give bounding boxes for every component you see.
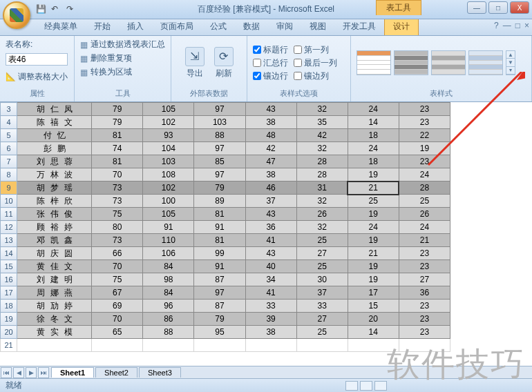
refresh-button[interactable]: ⟳刷新 — [214, 47, 234, 79]
checkbox-input[interactable] — [294, 72, 302, 80]
cell[interactable]: 39 — [245, 313, 296, 326]
cell[interactable]: 24 — [399, 221, 450, 234]
cell[interactable] — [143, 339, 194, 352]
checkbox-input[interactable] — [294, 46, 302, 54]
cell[interactable]: 25 — [296, 260, 348, 273]
cell[interactable]: 69 — [92, 300, 143, 313]
cell[interactable]: 18 — [348, 155, 399, 168]
style-thumb[interactable] — [431, 50, 466, 75]
cell[interactable]: 胡梦瑶 — [17, 182, 92, 195]
sheet-tab-Sheet1[interactable]: Sheet1 — [51, 367, 94, 378]
cell[interactable]: 42 — [296, 129, 348, 142]
cell[interactable]: 陈梓欣 — [17, 195, 92, 208]
cell[interactable]: 33 — [245, 300, 296, 313]
style-thumb[interactable] — [468, 50, 503, 75]
cell[interactable]: 28 — [399, 182, 450, 195]
cell[interactable]: 43 — [245, 208, 296, 221]
cell[interactable]: 96 — [143, 300, 194, 313]
cell[interactable]: 30 — [296, 273, 348, 286]
cell[interactable]: 48 — [245, 129, 296, 142]
tool-item[interactable]: 通过数据透视表汇总 — [80, 39, 165, 50]
cell[interactable]: 31 — [296, 182, 348, 195]
cell[interactable] — [17, 339, 92, 352]
row-header[interactable]: 18 — [1, 300, 17, 313]
cell[interactable]: 26 — [296, 208, 348, 221]
cell[interactable]: 105 — [143, 103, 194, 116]
cell[interactable]: 105 — [143, 208, 194, 221]
cell[interactable]: 41 — [245, 286, 296, 300]
table-row[interactable]: 16刘建明75988734301927 — [1, 273, 450, 286]
table-row[interactable]: 7刘思蓉811038547281823 — [1, 155, 450, 168]
table-row[interactable]: 6彭鹏741049742322419 — [1, 142, 450, 155]
cell[interactable]: 102 — [143, 116, 194, 129]
maximize-button[interactable]: □ — [488, 1, 508, 14]
cell[interactable]: 73 — [92, 234, 143, 247]
checkbox-汇总行[interactable]: 汇总行 — [253, 57, 288, 69]
cell[interactable]: 14 — [348, 116, 399, 129]
table-row[interactable]: 19徐冬文70867939272023 — [1, 313, 450, 326]
cell[interactable]: 万林波 — [17, 168, 92, 182]
cell[interactable]: 19 — [348, 208, 399, 221]
cell[interactable]: 102 — [143, 182, 194, 195]
cell[interactable]: 28 — [296, 155, 348, 168]
tab-nav-first-icon[interactable]: ⏮ — [1, 367, 12, 378]
cell[interactable]: 106 — [143, 247, 194, 260]
cell[interactable]: 32 — [296, 142, 348, 155]
cell[interactable]: 23 — [399, 103, 450, 116]
cell[interactable] — [399, 339, 450, 352]
sheet-tab-Sheet2[interactable]: Sheet2 — [95, 367, 137, 378]
table-row[interactable]: 8万林波701089738281924 — [1, 168, 450, 182]
cell[interactable]: 65 — [92, 326, 143, 339]
tab-审阅[interactable]: 审阅 — [268, 18, 301, 35]
resize-table-button[interactable]: 📐 调整表格大小 — [6, 71, 68, 83]
cell[interactable]: 胡庆圆 — [17, 247, 92, 260]
cell[interactable]: 43 — [245, 247, 296, 260]
table-row[interactable]: 21 — [1, 339, 450, 352]
cell[interactable]: 徐冬文 — [17, 313, 92, 326]
cell[interactable]: 38 — [245, 116, 296, 129]
cell[interactable]: 91 — [194, 260, 245, 273]
cell[interactable] — [348, 339, 399, 352]
tool-item[interactable]: 转换为区域 — [80, 66, 132, 78]
cell[interactable]: 21 — [399, 234, 450, 247]
view-layout-icon[interactable] — [360, 381, 372, 391]
cell[interactable]: 33 — [296, 300, 348, 313]
row-header[interactable]: 15 — [1, 260, 17, 273]
cell[interactable]: 75 — [92, 208, 143, 221]
tab-nav-last-icon[interactable]: ⏭ — [38, 367, 49, 378]
cell[interactable]: 24 — [348, 103, 399, 116]
cell[interactable]: 40 — [245, 260, 296, 273]
table-row[interactable]: 17周娜燕67849741371736 — [1, 286, 450, 300]
tool-item[interactable]: 删除重复项 — [80, 52, 132, 64]
cell[interactable]: 32 — [296, 103, 348, 116]
tab-开始[interactable]: 开始 — [86, 18, 119, 35]
style-thumb[interactable] — [357, 50, 391, 75]
worksheet[interactable]: 3胡仁凤7910597433224234陈禧文79102103383514235… — [0, 102, 532, 366]
cell[interactable]: 胡劢婷 — [17, 300, 92, 313]
row-header[interactable]: 17 — [1, 286, 17, 300]
cell[interactable]: 23 — [399, 155, 450, 168]
mdi-close-icon[interactable]: × — [524, 21, 529, 30]
cell[interactable]: 99 — [194, 247, 245, 260]
cell[interactable] — [296, 339, 348, 352]
cell[interactable]: 46 — [245, 182, 296, 195]
cell[interactable]: 32 — [296, 195, 348, 208]
cell[interactable]: 81 — [194, 234, 245, 247]
cell[interactable]: 87 — [194, 273, 245, 286]
cell[interactable]: 36 — [245, 221, 296, 234]
cell[interactable]: 35 — [296, 116, 348, 129]
table-row[interactable]: 11张伟俊751058143261926 — [1, 208, 450, 221]
cell[interactable]: 88 — [194, 129, 245, 142]
cell[interactable] — [194, 339, 245, 352]
row-header[interactable]: 16 — [1, 273, 17, 286]
cell[interactable]: 24 — [399, 168, 450, 182]
office-button[interactable] — [3, 1, 30, 29]
style-up-icon[interactable]: ▲ — [506, 51, 515, 59]
table-name-input[interactable] — [6, 53, 68, 66]
row-header[interactable]: 8 — [1, 168, 17, 182]
cell[interactable]: 103 — [194, 116, 245, 129]
cell[interactable]: 84 — [143, 260, 194, 273]
cell[interactable]: 24 — [348, 142, 399, 155]
cell[interactable]: 73 — [92, 182, 143, 195]
checkbox-第一列[interactable]: 第一列 — [294, 44, 329, 56]
